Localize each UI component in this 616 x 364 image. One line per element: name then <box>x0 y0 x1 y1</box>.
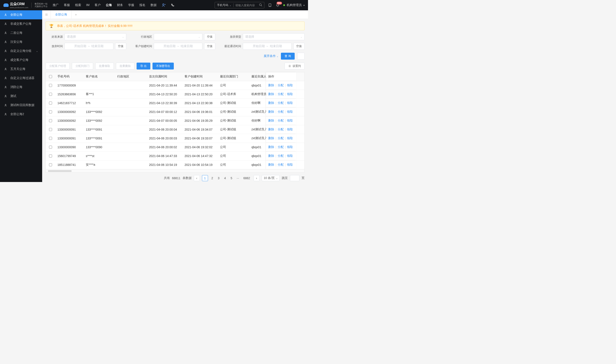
nav-item-4[interactable]: 客户 <box>95 3 101 7</box>
tabs-menu-icon[interactable] <box>42 10 51 19</box>
sidebar-item-7[interactable]: 自定义公海过滤器 <box>0 74 42 83</box>
row-assign-link[interactable]: 分配 <box>278 92 284 96</box>
row-assign-link[interactable]: 分配 <box>278 154 284 158</box>
row-checkbox[interactable] <box>49 163 52 166</box>
row-checkbox[interactable] <box>49 110 52 113</box>
row-checkbox[interactable] <box>49 137 52 140</box>
row-delete-link[interactable]: 删除 <box>268 163 274 167</box>
row-delete-link[interactable]: 删除 <box>268 145 274 149</box>
page-5[interactable]: 5 <box>229 176 234 180</box>
row-delete-link[interactable]: 删除 <box>268 128 274 131</box>
row-delete-link[interactable]: 删除 <box>268 101 274 105</box>
sidebar-item-1[interactable]: 非成交客户公海 <box>0 19 42 28</box>
column-settings-button[interactable]: 设置列 <box>284 63 305 69</box>
row-delete-link[interactable]: 删除 <box>268 92 274 96</box>
tab-all-public[interactable]: 全部公海 <box>51 10 72 19</box>
export-plain-button[interactable]: 不加密导出 <box>153 63 174 69</box>
bulk-claim-button[interactable]: 批量领取 <box>95 63 114 69</box>
select-all-checkbox[interactable] <box>49 75 52 78</box>
row-checkbox[interactable] <box>49 84 52 87</box>
row-claim-link[interactable]: 领取 <box>287 119 293 123</box>
nav-item-7[interactable]: 学服 <box>128 3 134 7</box>
filter-date-abandon[interactable]: 开始日期~结束日期 <box>64 43 113 50</box>
null-button-abandon-time[interactable]: 空值 <box>115 43 126 50</box>
nav-item-9[interactable]: 数据 <box>151 3 157 7</box>
row-claim-link[interactable]: 领取 <box>287 110 293 114</box>
scrollbar-thumb[interactable] <box>48 170 72 172</box>
search-input[interactable] <box>234 4 257 7</box>
row-assign-link[interactable]: 分配 <box>278 163 284 167</box>
row-claim-link[interactable]: 领取 <box>287 128 293 131</box>
nav-item-0[interactable]: 推广 <box>53 3 59 7</box>
bell-icon[interactable]: 99+ <box>276 3 280 7</box>
user-menu[interactable]: 机构管理员 ▾ <box>283 3 305 7</box>
filter-date-create[interactable]: 开始日期~结束日期 <box>154 43 203 50</box>
page-2[interactable]: 2 <box>210 176 214 180</box>
sidebar-item-8[interactable]: 消防公海 <box>0 83 42 92</box>
row-delete-link[interactable]: 删除 <box>268 119 274 123</box>
filter-date-last-call[interactable]: 开始日期~结束日期 <box>243 43 292 50</box>
page-4[interactable]: 4 <box>223 176 227 180</box>
sidebar-item-10[interactable]: 测试昨日回库数据 <box>0 101 42 110</box>
assign-manager-button[interactable]: 分配客户经理 <box>46 63 70 69</box>
null-button-last-call[interactable]: 空值 <box>293 43 305 50</box>
sidebar-item-2[interactable]: 二咨公海 <box>0 28 42 38</box>
row-checkbox[interactable] <box>49 102 52 104</box>
expand-filters-link[interactable]: 展开条件⌄ <box>264 54 278 58</box>
sidebar-item-6[interactable]: 五月天公海 <box>0 65 42 74</box>
row-assign-link[interactable]: 分配 <box>278 101 284 105</box>
row-claim-link[interactable]: 领取 <box>287 163 293 167</box>
phone-icon[interactable] <box>170 3 175 7</box>
row-claim-link[interactable]: 领取 <box>287 136 293 140</box>
row-checkbox[interactable] <box>49 119 52 122</box>
row-checkbox[interactable] <box>49 93 52 96</box>
row-claim-link[interactable]: 领取 <box>287 154 293 158</box>
nav-item-2[interactable]: 线索 <box>75 3 81 7</box>
page-size-select[interactable]: 10 条/页⌄ <box>262 175 280 181</box>
nav-item-6[interactable]: 财务 <box>117 3 123 7</box>
sidebar-item-9[interactable]: 测试 <box>0 92 42 101</box>
page-prev[interactable]: ‹ <box>194 175 200 181</box>
row-claim-link[interactable]: 领取 <box>287 83 293 87</box>
row-checkbox[interactable] <box>49 155 52 157</box>
query-button[interactable]: 查 询 <box>281 53 295 60</box>
tab-add-button[interactable]: + <box>72 10 80 19</box>
page-3[interactable]: 3 <box>216 176 221 180</box>
bulk-delete-button[interactable]: 批量删除 <box>116 63 134 69</box>
row-assign-link[interactable]: 分配 <box>278 128 284 131</box>
tablet-icon[interactable] <box>268 3 272 7</box>
sidebar-item-11[interactable]: 全部公海2 <box>0 110 42 119</box>
nav-item-1[interactable]: 客服 <box>64 3 70 7</box>
nav-item-8[interactable]: 报名 <box>139 3 145 7</box>
filter-select-abandon-type[interactable]: 请选择⌄ <box>243 33 305 40</box>
goto-page-input[interactable] <box>290 175 299 181</box>
row-checkbox[interactable] <box>49 128 52 131</box>
null-button-region[interactable]: 空值 <box>204 33 215 40</box>
sidebar-item-3[interactable]: 注安公海 <box>0 38 42 46</box>
null-button-create-time[interactable]: 空值 <box>204 43 215 50</box>
export-button[interactable]: 导 出 <box>137 63 150 69</box>
row-checkbox[interactable] <box>49 146 52 149</box>
row-delete-link[interactable]: 删除 <box>268 154 274 158</box>
search-type-select[interactable]: 手机号码 ⌄ <box>215 3 234 7</box>
horizontal-scrollbar[interactable] <box>46 169 304 172</box>
search-icon[interactable] <box>257 3 264 7</box>
row-delete-link[interactable]: 删除 <box>268 83 274 87</box>
row-assign-link[interactable]: 分配 <box>278 83 284 87</box>
filter-select-region[interactable]: ⌄ <box>154 33 203 40</box>
row-delete-link[interactable]: 删除 <box>268 136 274 140</box>
filter-select-source[interactable]: 请选择⌄ <box>64 33 126 40</box>
assign-dept-button[interactable]: 分配到部门 <box>72 63 93 69</box>
page-last[interactable]: 6882 <box>242 176 251 180</box>
row-claim-link[interactable]: 领取 <box>287 101 293 105</box>
logo[interactable]: 云朵CRM www.yunduocrm.com 教育机构一站 式服务云平台 <box>3 2 48 9</box>
sidebar-item-5[interactable]: 成交客户公海 <box>0 55 42 65</box>
page-1[interactable]: 1 <box>202 175 208 181</box>
refresh-button[interactable] <box>297 53 305 60</box>
row-claim-link[interactable]: 领取 <box>287 92 293 96</box>
row-claim-link[interactable]: 领取 <box>287 145 293 149</box>
row-assign-link[interactable]: 分配 <box>278 136 284 140</box>
row-delete-link[interactable]: 删除 <box>268 110 274 114</box>
user-add-icon[interactable] <box>162 3 166 7</box>
row-assign-link[interactable]: 分配 <box>278 110 284 114</box>
